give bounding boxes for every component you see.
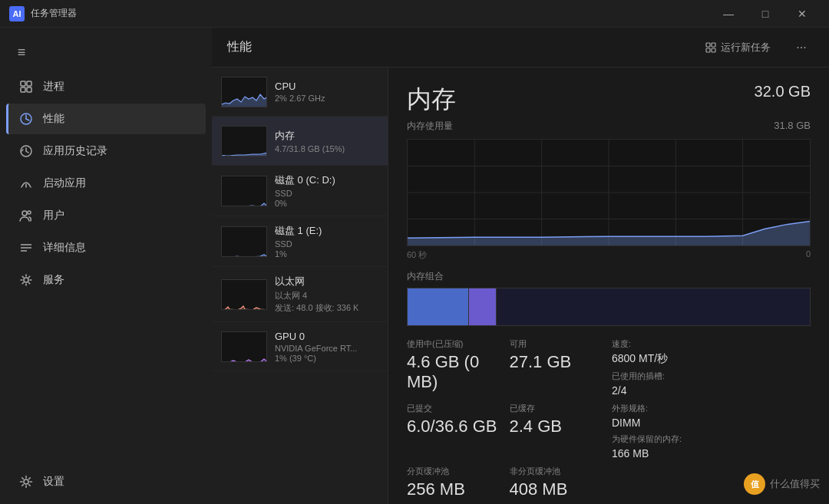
services-label: 服务	[43, 273, 64, 287]
services-icon	[18, 272, 34, 288]
gpu0-name: GPU 0	[275, 331, 378, 342]
disk0-name: 磁盘 0 (C: D:)	[275, 173, 378, 187]
stat-paged-pool: 分页缓冲池 256 MB	[407, 466, 504, 499]
users-icon	[18, 208, 34, 223]
mem-used-segment	[408, 288, 468, 325]
stat-hw-reserved-label: 为硬件保留的内存:	[612, 433, 708, 445]
memory-graph	[407, 139, 811, 246]
stat-empty-col2	[715, 403, 811, 460]
menu-button[interactable]: ≡	[6, 37, 37, 68]
disk1-name: 磁盘 1 (E:)	[275, 224, 378, 238]
watermark-text: 什么值得买	[770, 477, 820, 491]
stat-available: 可用 27.1 GB	[510, 338, 606, 397]
app-title: 任务管理器	[31, 7, 711, 20]
memory-sub: 4.7/31.8 GB (15%)	[275, 144, 378, 153]
stat-committed-value: 6.0/36.6 GB	[407, 417, 504, 436]
svg-rect-3	[27, 87, 31, 92]
stat-in-use-value: 4.6 GB (0 MB)	[407, 352, 504, 392]
gpu0-mini-chart	[221, 331, 267, 362]
gpu0-info: GPU 0 NVIDIA GeForce RT... 1% (39 °C)	[275, 331, 378, 363]
disk0-val: 0%	[275, 199, 378, 208]
performance-icon	[18, 111, 34, 127]
mem-free-segment	[496, 288, 810, 325]
sidebar: ≡ 进程 性能	[0, 28, 212, 504]
stat-speed-block: 速度: 6800 MT/秒 已使用的插槽: 2/4	[612, 338, 708, 397]
stat-form-factor-block: 外形规格: DIMM 为硬件保留的内存: 166 MB	[612, 403, 708, 460]
sidebar-item-settings[interactable]: 设置	[6, 466, 206, 497]
disk0-info: 磁盘 0 (C: D:) SSD 0%	[275, 173, 378, 208]
startup-label: 启动应用	[43, 176, 86, 190]
device-item-gpu0[interactable]: GPU 0 NVIDIA GeForce RT... 1% (39 °C)	[212, 322, 388, 371]
graph-time-labels: 60 秒 0	[407, 249, 811, 261]
maximize-button[interactable]: □	[748, 2, 783, 25]
cpu-info: CPU 2% 2.67 GHz	[275, 81, 378, 103]
svg-rect-14	[706, 43, 710, 47]
stat-in-use: 使用中(已压缩) 4.6 GB (0 MB)	[407, 338, 504, 397]
stat-available-value: 27.1 GB	[510, 352, 606, 372]
detail-total-section: 32.0 GB	[755, 83, 811, 100]
history-icon	[18, 143, 34, 159]
stat-available-label: 可用	[510, 338, 606, 350]
stat-in-use-label: 使用中(已压缩)	[407, 338, 504, 350]
svg-rect-2	[21, 87, 25, 92]
detail-total: 32.0 GB	[755, 83, 811, 100]
device-item-disk1[interactable]: 磁盘 1 (E:) SSD 1%	[212, 216, 388, 267]
stat-cached-label: 已缓存	[510, 403, 606, 414]
svg-point-7	[22, 211, 27, 216]
sidebar-item-performance[interactable]: 性能	[6, 104, 206, 134]
titlebar: AI 任务管理器 — □ ✕	[0, 0, 829, 28]
settings-icon	[18, 474, 34, 489]
close-button[interactable]: ✕	[784, 2, 820, 25]
svg-rect-1	[27, 81, 31, 86]
performance-label: 性能	[43, 112, 64, 126]
content-header: 性能 运行新任务 ···	[212, 28, 829, 68]
sidebar-item-services[interactable]: 服务	[6, 265, 206, 295]
more-button[interactable]: ···	[789, 35, 814, 60]
detail-usage-label: 内存使用量	[407, 120, 453, 133]
stat-hw-reserved-value: 166 MB	[612, 447, 708, 460]
stat-cached-value: 2.4 GB	[510, 417, 606, 436]
process-label: 进程	[43, 80, 64, 94]
stat-form-factor-label: 外形规格:	[612, 403, 708, 414]
cpu-sub: 2% 2.67 GHz	[275, 94, 378, 103]
network-info: 以太网 以太网 4 发送: 48.0 接收: 336 K	[275, 275, 378, 314]
main-layout: ≡ 进程 性能	[0, 28, 829, 504]
watermark: 值 什么值得买	[744, 473, 820, 495]
sidebar-bottom: 设置	[0, 466, 212, 504]
minimize-button[interactable]: —	[711, 2, 746, 25]
sidebar-item-users[interactable]: 用户	[6, 200, 206, 231]
sidebar-item-details[interactable]: 详细信息	[6, 232, 206, 263]
users-label: 用户	[43, 209, 64, 222]
content-title: 性能	[227, 39, 696, 55]
svg-point-12	[24, 278, 28, 282]
disk1-info: 磁盘 1 (E:) SSD 1%	[275, 224, 378, 259]
sidebar-item-startup[interactable]: 启动应用	[6, 168, 206, 199]
svg-rect-17	[712, 48, 715, 52]
device-item-disk0[interactable]: 磁盘 0 (C: D:) SSD 0%	[212, 166, 388, 216]
device-item-cpu[interactable]: CPU 2% 2.67 GHz	[212, 68, 388, 117]
stat-nonpaged-pool-label: 非分页缓冲池	[510, 466, 606, 477]
run-icon	[705, 42, 716, 53]
svg-rect-20	[223, 155, 225, 156]
device-item-memory[interactable]: 内存 4.7/31.8 GB (15%)	[212, 117, 388, 166]
run-task-button[interactable]: 运行新任务	[696, 36, 780, 59]
memory-info: 内存 4.7/31.8 GB (15%)	[275, 129, 378, 153]
graph-time-left: 60 秒	[407, 249, 427, 261]
detail-usage-current: 31.8 GB	[774, 120, 811, 139]
watermark-logo: 值	[744, 473, 765, 495]
svg-rect-15	[712, 43, 715, 47]
disk1-mini-chart	[221, 226, 267, 257]
sidebar-item-process[interactable]: 进程	[6, 71, 206, 102]
sidebar-item-app-history[interactable]: 应用历史记录	[6, 136, 206, 166]
svg-rect-16	[706, 48, 710, 52]
svg-point-13	[24, 479, 28, 484]
process-icon	[18, 79, 34, 94]
device-list: CPU 2% 2.67 GHz 内存 4.	[212, 68, 388, 504]
cpu-mini-chart	[221, 77, 267, 107]
device-item-network[interactable]: 以太网 以太网 4 发送: 48.0 接收: 336 K	[212, 267, 388, 322]
stats-grid-1: 使用中(已压缩) 4.6 GB (0 MB) 可用 27.1 GB 速度: 68…	[407, 338, 811, 397]
mem-standby-segment	[468, 288, 497, 325]
svg-marker-18	[222, 94, 267, 107]
disk1-val: 1%	[275, 249, 378, 259]
svg-marker-24	[222, 359, 267, 362]
